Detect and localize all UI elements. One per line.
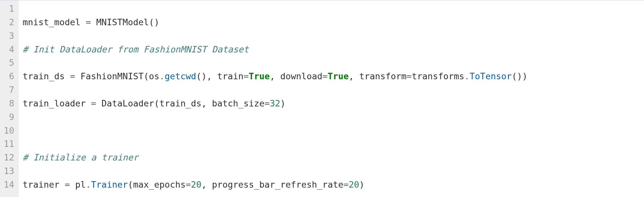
code-token: = [65, 180, 70, 190]
code-token: ToTensor [470, 71, 512, 81]
line-number: 11 [3, 137, 14, 151]
code-token: , transform [349, 71, 407, 81]
line-number: 6 [3, 70, 14, 83]
code-token: MNISTModel() [91, 17, 159, 27]
line-number: 10 [3, 124, 14, 137]
code-line: trainer = pl.Trainer(max_epochs=20, prog… [23, 178, 644, 192]
code-token: 32 [270, 98, 280, 108]
code-token: = [244, 71, 249, 81]
code-token: . [159, 71, 165, 81]
code-token: ) [280, 98, 286, 108]
code-token: transforms [412, 71, 464, 81]
line-number: 12 [3, 151, 14, 164]
code-line: train_ds = FashionMNIST(os.getcwd(), tra… [23, 70, 644, 83]
code-token: = [91, 98, 96, 108]
code-token: (), train [196, 71, 243, 81]
code-line: mnist_model = MNISTModel() [23, 16, 644, 29]
code-area[interactable]: mnist_model = MNISTModel() # Init DataLo… [19, 0, 644, 197]
code-token: = [186, 180, 191, 190]
code-token: = [70, 71, 75, 81]
code-cell: 1 2 3 4 5 6 7 8 9 10 11 12 13 14 mnist_m… [0, 0, 644, 197]
code-token: FashionMNIST(os [75, 71, 159, 81]
code-token: trainer [23, 180, 65, 190]
code-token: ) [359, 180, 364, 190]
line-number: 1 [3, 2, 14, 16]
line-number-gutter: 1 2 3 4 5 6 7 8 9 10 11 12 13 14 [0, 0, 19, 197]
code-token: = [344, 180, 349, 190]
code-token: 20 [191, 180, 202, 190]
line-number: 13 [3, 164, 14, 178]
line-number: 14 [3, 178, 14, 192]
code-token: train_ds [23, 71, 70, 81]
code-line: # Initialize a trainer [23, 151, 644, 164]
code-token: True [249, 71, 270, 81]
code-token: = [322, 71, 328, 81]
line-number: 3 [3, 29, 14, 43]
code-token: ()) [512, 71, 528, 81]
line-number: 8 [3, 97, 14, 110]
code-token: (max_epochs [128, 180, 186, 190]
code-token: , progress_bar_refresh_rate [202, 180, 344, 190]
code-line: train_loader = DataLoader(train_ds, batc… [23, 97, 644, 110]
code-token: = [86, 17, 91, 27]
code-token: train_loader [23, 98, 91, 108]
code-comment: # Init DataLoader from FashionMNIST Data… [23, 44, 249, 54]
line-number: 2 [3, 16, 14, 29]
code-token: True [328, 71, 349, 81]
line-number: 9 [3, 110, 14, 124]
code-line: # Init DataLoader from FashionMNIST Data… [23, 43, 644, 56]
code-token: . [464, 71, 470, 81]
code-token: . [86, 180, 91, 190]
code-token: 20 [349, 180, 359, 190]
line-number: 5 [3, 56, 14, 70]
code-token: getcwd [165, 71, 196, 81]
code-token: = [265, 98, 270, 108]
code-token: pl [70, 180, 86, 190]
line-number: 4 [3, 43, 14, 56]
code-token: , download [270, 71, 322, 81]
code-line [23, 124, 644, 137]
code-token: DataLoader(train_ds, batch_size [96, 98, 265, 108]
line-number: 7 [3, 83, 14, 97]
code-token: Trainer [91, 180, 128, 190]
code-token: = [407, 71, 412, 81]
code-comment: # Initialize a trainer [23, 152, 138, 162]
code-token: mnist_model [23, 17, 86, 27]
